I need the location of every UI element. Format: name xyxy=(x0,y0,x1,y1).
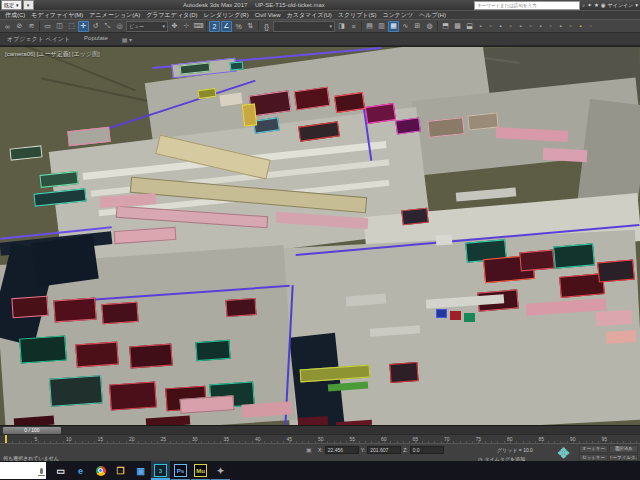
taskbar-3ds-max-icon[interactable]: 3 xyxy=(151,461,170,480)
custom-tool-9-button[interactable]: ▪ xyxy=(556,22,565,31)
viewport-3d[interactable]: [camera06] [ユーザ定義] [エッジ面] xyxy=(0,46,640,426)
bind-to-spacewarp-button[interactable]: ≋ xyxy=(26,21,37,32)
custom-tool-8-button[interactable]: ▫ xyxy=(546,22,555,31)
rendered-frame-window-button[interactable]: ▩ xyxy=(452,21,463,32)
select-and-rotate-button[interactable]: ↺ xyxy=(90,21,101,32)
selection-region-button[interactable]: ⬚ xyxy=(66,21,77,32)
infocenter-search-input[interactable] xyxy=(474,1,580,10)
time-slider-handle[interactable]: 0 / 100 xyxy=(3,427,61,434)
select-and-link-button[interactable]: ∞ xyxy=(2,21,13,32)
frame-tick-label: 20 xyxy=(129,436,135,442)
scene-shape xyxy=(436,309,447,318)
selected-dropdown[interactable]: 選択済み xyxy=(609,445,638,453)
photoshop-logo-icon: Ps xyxy=(174,464,187,477)
select-object-button[interactable]: ▭ xyxy=(42,21,53,32)
custom-tool-6-button[interactable]: ▫ xyxy=(526,22,535,31)
ref-coord-system[interactable]: ビュー▾ xyxy=(126,21,168,32)
mirror-button[interactable]: ◨ xyxy=(336,21,347,32)
frame-tick-label: 75 xyxy=(476,436,482,442)
render-production-button[interactable]: ⬓ xyxy=(464,21,475,32)
layer-explorer-toggle-button[interactable]: ▥ xyxy=(376,21,387,32)
taskbar-app-mu-icon[interactable]: Mu xyxy=(191,461,210,480)
chevron-down-icon[interactable]: ▾ xyxy=(635,1,638,9)
select-and-move-button[interactable]: ✛ xyxy=(78,21,89,32)
frame-tick-label: 25 xyxy=(161,436,167,442)
set-key-button[interactable]: セットキー xyxy=(579,454,608,462)
z-coordinate-field[interactable]: 0.0 xyxy=(410,446,444,454)
named-selection-sets[interactable]: ▾ xyxy=(273,21,335,32)
spinner-snap-button[interactable]: ⇅ xyxy=(245,21,256,32)
taskbar-task-view-icon[interactable]: ▭ xyxy=(51,461,70,480)
select-and-manipulate-button[interactable]: ⊹ xyxy=(181,21,192,32)
ribbon-tab-2[interactable]: Populate xyxy=(84,35,108,44)
user-icon[interactable]: ◉ xyxy=(601,1,606,9)
frame-tick-label: 45 xyxy=(287,436,293,442)
ribbon-tab-1[interactable]: オブジェクト ペイント xyxy=(7,35,70,44)
quick-access-menu-button[interactable]: ▾ xyxy=(23,0,34,10)
selection-lock-icon[interactable]: ▣ xyxy=(306,446,312,453)
percent-snap-button[interactable]: % xyxy=(233,21,244,32)
custom-tool-10-button[interactable]: ▫ xyxy=(566,22,575,31)
custom-tool-11-button[interactable]: ▪ xyxy=(576,22,585,31)
menu-bar: 作成(C)モディファイヤ(M)アニメーション(A)グラフエディタ(D)レンダリン… xyxy=(0,10,640,19)
workspace-dropdown[interactable]: 既定 ▾ xyxy=(1,0,22,10)
use-pivot-center-button[interactable]: ✥ xyxy=(169,21,180,32)
taskbar-file-explorer-icon[interactable]: ❐ xyxy=(111,461,130,480)
pan-navigation-icon[interactable]: ✥ xyxy=(551,444,576,462)
select-by-name-button[interactable]: ◫ xyxy=(54,21,65,32)
ribbon-toggle-button[interactable]: ▦ xyxy=(388,21,399,32)
ribbon-minimize-button[interactable]: ▦ ▾ xyxy=(122,36,132,43)
scene-shape xyxy=(436,234,453,245)
select-and-scale-button[interactable]: ⤡ xyxy=(102,21,113,32)
scene-shape xyxy=(109,381,157,410)
curve-editor-button[interactable]: ∿ xyxy=(400,21,411,32)
material-editor-button[interactable]: ◍ xyxy=(424,21,435,32)
edit-named-sets-button[interactable]: {} xyxy=(261,21,272,32)
search-go-icon[interactable]: ⌕ xyxy=(582,1,585,9)
auto-key-button[interactable]: オートキー xyxy=(579,445,608,453)
custom-tool-7-button[interactable]: ▪ xyxy=(536,22,545,31)
communication-center-icon[interactable]: ✦ xyxy=(587,1,592,9)
microphone-icon xyxy=(40,468,43,474)
frame-tick-label: 70 xyxy=(444,436,450,442)
keyboard-override-button[interactable]: ⌨ xyxy=(193,21,204,32)
custom-tool-5-button[interactable]: ▪ xyxy=(516,22,525,31)
snaps-toggle-button[interactable]: 2 xyxy=(209,21,220,32)
custom-tool-1-button[interactable]: ▪ xyxy=(476,22,485,31)
angle-snap-button[interactable]: ∠ xyxy=(221,21,232,32)
custom-tool-4-button[interactable]: ▫ xyxy=(506,22,515,31)
photos-logo-icon: ▣ xyxy=(136,466,145,476)
3ds-max-logo-icon: 3 xyxy=(154,464,167,477)
taskbar-chrome-icon[interactable] xyxy=(91,461,110,480)
unlink-selection-button[interactable]: ⊘ xyxy=(14,21,25,32)
taskbar-edge-icon[interactable]: e xyxy=(71,461,90,480)
sign-in-link[interactable]: サインイン xyxy=(608,2,634,8)
scene-shape xyxy=(225,298,256,317)
ribbon-tabs: オブジェクト ペイントPopulate xyxy=(7,35,108,44)
taskbar-photoshop-icon[interactable]: Ps xyxy=(171,461,190,480)
select-and-place-button[interactable]: ◎ xyxy=(114,21,125,32)
custom-tool-3-button[interactable]: ▪ xyxy=(496,22,505,31)
scene-shape xyxy=(456,187,517,201)
scene-shape xyxy=(49,375,103,407)
window-title: Autodesk 3ds Max 2017 UP-SE-T15-old-tick… xyxy=(34,2,475,8)
y-coordinate-field[interactable]: 201.607 xyxy=(367,446,401,454)
scene-explorer-toggle-button[interactable]: ▤ xyxy=(364,21,375,32)
align-button[interactable]: ≡ xyxy=(348,21,359,32)
taskbar-search-box[interactable] xyxy=(0,462,46,479)
taskbar-photos-icon[interactable]: ▣ xyxy=(131,461,150,480)
favorites-icon[interactable]: ★ xyxy=(594,1,599,9)
viewport-label[interactable]: [camera06] [ユーザ定義] [エッジ面] xyxy=(5,50,100,59)
menu-item-6[interactable]: Civil View xyxy=(252,12,284,18)
key-filters-button[interactable]: キーフィルタ... xyxy=(609,454,638,462)
custom-tool-2-button[interactable]: ▫ xyxy=(486,22,495,31)
taskbar-app-tool-icon[interactable]: ✦ xyxy=(211,461,230,480)
scene-shape xyxy=(597,259,635,282)
custom-tool-12-button[interactable]: ▫ xyxy=(586,22,595,31)
scene-shape xyxy=(230,61,244,70)
schematic-view-button[interactable]: ⊞ xyxy=(412,21,423,32)
scene-shape xyxy=(11,296,48,318)
x-coordinate-field[interactable]: 22.456 xyxy=(325,446,359,454)
frame-tick-label: 5 xyxy=(35,436,38,442)
render-setup-button[interactable]: ⬒ xyxy=(440,21,451,32)
